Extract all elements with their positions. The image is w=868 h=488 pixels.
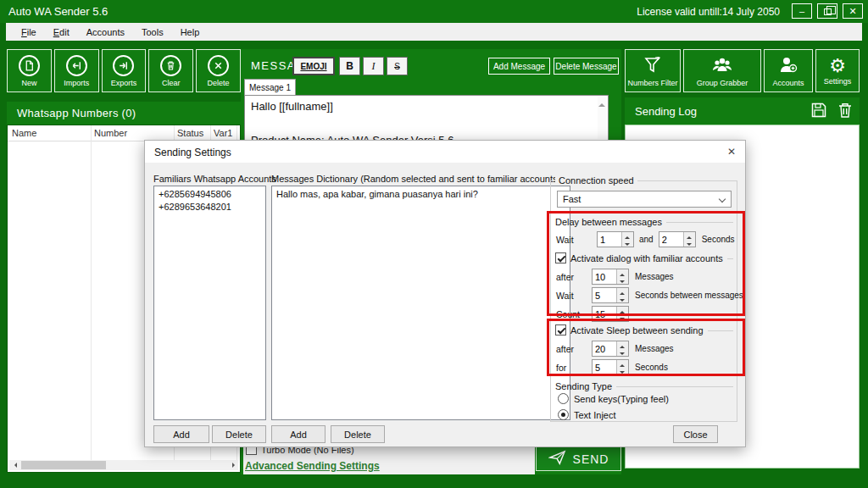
close-icon: ✕ xyxy=(849,6,856,17)
italic-button[interactable]: I xyxy=(363,57,384,75)
dialog-close-button[interactable]: Close xyxy=(673,425,718,443)
text-inject-option[interactable]: Text Inject xyxy=(558,409,616,420)
add-message-button[interactable]: Add Message xyxy=(488,58,550,75)
trash-icon[interactable] xyxy=(837,102,853,121)
familiar-account-item[interactable]: +6289653648201 xyxy=(159,201,261,214)
exports-button[interactable]: Exports xyxy=(102,49,147,92)
message-vertical-scrollbar[interactable] xyxy=(598,97,607,139)
delay-min-input[interactable] xyxy=(598,232,621,247)
spinner-down-icon[interactable] xyxy=(617,296,628,303)
scroll-right-icon[interactable] xyxy=(228,460,238,470)
trash-icon xyxy=(160,55,181,76)
count-spinner[interactable] xyxy=(592,306,629,322)
emoji-button[interactable]: EMOJI xyxy=(292,57,335,75)
send-keys-option[interactable]: Send keys(Typing feel) xyxy=(558,393,669,404)
spinner-up-icon[interactable] xyxy=(617,307,628,314)
group-grabber-button[interactable]: Group Grabber xyxy=(683,49,761,92)
activate-sleep-label: Activate Sleep between sending xyxy=(570,325,704,336)
connection-speed-select[interactable]: Fast xyxy=(557,191,732,208)
bold-button[interactable]: B xyxy=(339,57,360,75)
settings-button[interactable]: ⚙ Settings xyxy=(815,49,860,92)
spinner-down-icon[interactable] xyxy=(617,314,628,322)
scroll-up-icon xyxy=(598,100,605,107)
filter-funnel-icon xyxy=(643,55,663,77)
dialog-close-icon[interactable]: ✕ xyxy=(727,146,736,158)
menu-tools[interactable]: Tools xyxy=(133,25,172,40)
spinner-down-icon[interactable] xyxy=(684,240,695,247)
delay-max-spinner[interactable] xyxy=(659,231,696,247)
delay-min-spinner[interactable] xyxy=(597,231,634,247)
wait-seconds-spinner[interactable] xyxy=(592,287,629,303)
column-name[interactable]: Name xyxy=(12,128,36,138)
accounts-button[interactable]: Accounts xyxy=(764,49,813,92)
menu-help[interactable]: Help xyxy=(172,25,209,40)
spinner-down-icon[interactable] xyxy=(617,277,628,285)
delay-group-title: Delay between messages xyxy=(555,217,733,227)
imports-button[interactable]: Imports xyxy=(54,49,99,92)
advanced-sending-settings-link[interactable]: Advanced Sending Settings xyxy=(245,460,380,472)
familiars-delete-button[interactable]: Delete xyxy=(212,425,266,443)
spinner-up-icon[interactable] xyxy=(617,360,628,368)
and-label: and xyxy=(639,235,654,244)
column-var1[interactable]: Var1 xyxy=(214,128,232,138)
spinner-down-icon[interactable] xyxy=(617,349,628,357)
menu-accounts[interactable]: Accounts xyxy=(78,25,133,40)
group-grabber-label: Group Grabber xyxy=(697,79,748,87)
familiar-account-item[interactable]: +6285694945806 xyxy=(159,188,261,201)
radio-send-keys[interactable] xyxy=(558,393,569,404)
dialog-title-bar: Sending Settings ✕ xyxy=(145,141,745,163)
column-number[interactable]: Number xyxy=(94,128,127,138)
menu-file[interactable]: File xyxy=(13,25,45,40)
spinner-up-icon[interactable] xyxy=(617,288,628,296)
dictionary-listbox[interactable]: Hallo mas, apa kabar, gimana puasanya ha… xyxy=(271,186,570,420)
left-toolbar: New Imports Exports Clear Delete xyxy=(7,49,241,92)
window-title: Auto WA Sender 5.6 xyxy=(8,5,108,18)
delete-button[interactable]: Delete xyxy=(196,49,241,92)
restore-button[interactable] xyxy=(817,3,837,19)
activate-dialog-checkbox[interactable] xyxy=(555,252,566,263)
exports-label: Exports xyxy=(111,79,137,87)
activate-sleep-checkbox[interactable] xyxy=(555,324,566,336)
numbers-filter-button[interactable]: Numbers Filter xyxy=(625,49,681,92)
after-messages-spinner[interactable] xyxy=(592,269,629,285)
spinner-up-icon[interactable] xyxy=(622,232,633,240)
numbers-horizontal-scrollbar[interactable] xyxy=(9,460,238,470)
save-icon[interactable] xyxy=(810,102,827,121)
menu-edit[interactable]: Edit xyxy=(45,25,78,40)
sleep-after-spinner[interactable] xyxy=(592,341,629,357)
tab-message-1[interactable]: Message 1 xyxy=(244,79,296,95)
dictionary-item[interactable]: Hallo mas, apa kabar, gimana puasanya ha… xyxy=(276,188,565,201)
column-status[interactable]: Status xyxy=(177,128,203,138)
minimize-icon: – xyxy=(799,6,804,16)
sleep-for-spinner[interactable] xyxy=(592,359,629,375)
connection-speed-label: Connection speed xyxy=(555,175,637,186)
new-button[interactable]: New xyxy=(7,49,52,92)
close-button[interactable]: ✕ xyxy=(843,3,863,19)
minimize-button[interactable]: – xyxy=(792,3,812,19)
group-people-icon xyxy=(711,55,733,77)
delay-max-input[interactable] xyxy=(659,232,683,247)
seconds-label: Seconds xyxy=(702,235,735,244)
strikethrough-button[interactable]: S xyxy=(387,57,408,75)
delete-message-button[interactable]: Delete Message xyxy=(554,58,619,75)
imports-label: Imports xyxy=(64,79,89,87)
scrollbar-thumb[interactable] xyxy=(21,461,106,469)
spinner-down-icon[interactable] xyxy=(617,368,628,375)
spinner-up-icon[interactable] xyxy=(617,269,628,277)
send-keys-label: Send keys(Typing feel) xyxy=(574,394,669,404)
radio-text-inject[interactable] xyxy=(558,409,569,420)
wait-label: Wait xyxy=(556,235,597,245)
clear-button[interactable]: Clear xyxy=(148,49,193,92)
dictionary-delete-button[interactable]: Delete xyxy=(331,425,385,443)
sleep-after-row: after Messages xyxy=(556,341,674,357)
restore-icon xyxy=(824,8,832,15)
familiars-add-button[interactable]: Add xyxy=(153,425,209,443)
familiars-listbox[interactable]: +6285694945806 +6289653648201 xyxy=(153,186,266,420)
spinner-up-icon[interactable] xyxy=(617,341,628,349)
dictionary-add-button[interactable]: Add xyxy=(271,425,326,443)
spinner-up-icon[interactable] xyxy=(684,232,695,240)
send-button[interactable]: SEND xyxy=(536,446,621,471)
title-bar: Auto WA Sender 5.6 License valid untill:… xyxy=(0,0,868,23)
scroll-left-icon[interactable] xyxy=(9,460,19,470)
spinner-down-icon[interactable] xyxy=(622,240,633,247)
